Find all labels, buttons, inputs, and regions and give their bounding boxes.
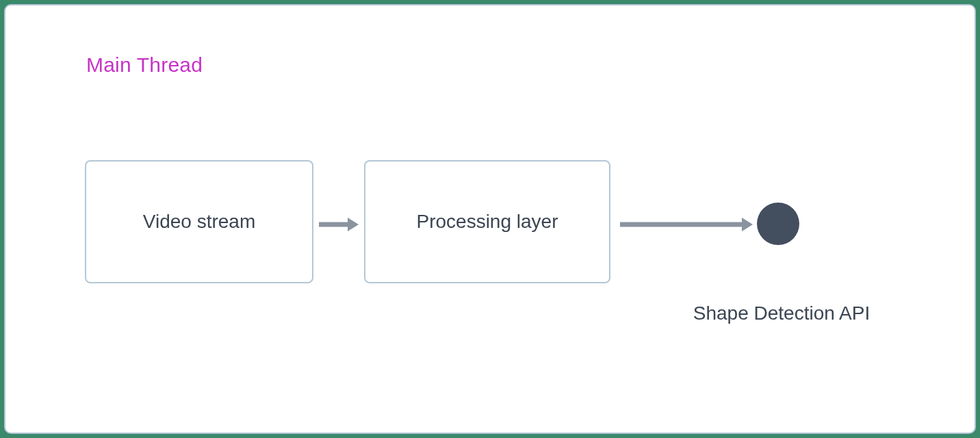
main-thread-container: Main Thread Video stream Processing laye… (4, 4, 976, 434)
node-video-stream-label: Video stream (143, 211, 255, 233)
arrow-icon (619, 216, 753, 233)
node-video-stream: Video stream (85, 160, 313, 283)
node-processing-layer: Processing layer (364, 160, 610, 283)
node-shape-detection-api-label: Shape Detection API (679, 302, 884, 324)
svg-marker-3 (742, 218, 753, 231)
node-processing-layer-label: Processing layer (417, 211, 558, 233)
arrow-icon (318, 216, 359, 233)
node-shape-detection-api-dot (757, 203, 799, 245)
diagram-title: Main Thread (86, 53, 203, 77)
svg-marker-1 (348, 218, 359, 231)
